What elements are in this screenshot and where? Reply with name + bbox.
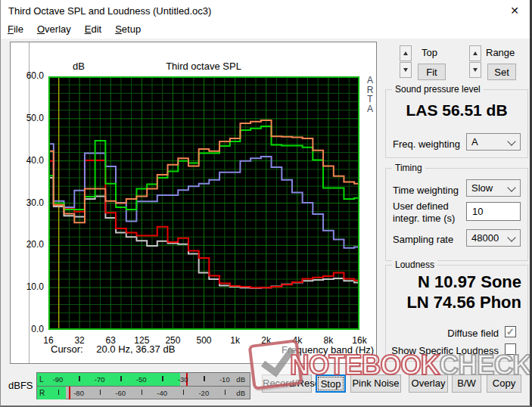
spl-group-title: Sound pressure level <box>392 84 484 95</box>
meter-scale-label: -10 <box>219 375 230 384</box>
integr-time-label-line1: User defined <box>393 200 449 212</box>
chevron-down-icon <box>507 137 515 145</box>
meter-peak-R <box>69 387 70 399</box>
show-specific-loudness-label: Show Specific Loudness <box>385 345 499 356</box>
y-tick-label: 50.0 <box>14 113 44 123</box>
copy-button[interactable]: Copy <box>487 374 521 393</box>
meter-unit-label: dB <box>236 389 245 397</box>
record-reset-button[interactable]: Record/Reset <box>262 374 312 393</box>
chart-title: Third octave SPL <box>124 61 283 72</box>
meter-tick <box>162 376 163 381</box>
top-label: Top <box>422 47 437 58</box>
arrow-down-icon <box>403 68 408 72</box>
freq-weighting-select[interactable]: A <box>466 133 521 151</box>
overlay-button[interactable]: Overlay <box>409 374 448 393</box>
y-tick-label: 40.0 <box>14 155 44 166</box>
arrow-up-icon <box>473 51 478 55</box>
chevron-down-icon <box>507 183 515 191</box>
app-window: Third Octave SPL and Loudness (Untitled.… <box>0 0 532 407</box>
meter-tick <box>58 390 60 395</box>
loudness-n-value: N 10.97 Sone <box>385 272 521 292</box>
integr-time-label-line2: integr. time (s) <box>393 213 455 224</box>
meter-row-R: R-80-60-40-20dB <box>37 387 250 399</box>
cursor-value: 20.0 Hz, 36.37 dB <box>96 343 175 355</box>
loudness-ln-value: LN 74.56 Phon <box>385 293 521 312</box>
diffuse-field-label: Diffuse field <box>385 328 499 339</box>
close-icon[interactable]: ✕ <box>506 3 524 18</box>
stop-button[interactable]: Stop <box>316 374 346 393</box>
meter-scale-label: -70 <box>95 375 105 384</box>
arta-logo-text: ARTA <box>365 76 375 113</box>
x-tick-label: 500 <box>188 335 221 346</box>
range-spin-up-button[interactable] <box>469 45 481 61</box>
meter-tick <box>225 390 226 395</box>
diffuse-field-checkbox[interactable]: ✓ <box>505 326 516 337</box>
y-tick-label: 30.0 <box>14 197 44 208</box>
chevron-down-icon <box>507 233 515 241</box>
meter-tick <box>204 376 205 381</box>
range-label: Range <box>486 47 515 58</box>
sampling-rate-label: Sampling rate <box>393 234 453 245</box>
menu-setup[interactable]: Setup <box>108 21 148 36</box>
meter-scale-label: -30 <box>178 375 188 384</box>
meter-scale-label: -90 <box>53 375 64 384</box>
menu-bar: FileOverlayEditSetup <box>1 21 530 39</box>
dbfs-label: dBFS <box>8 380 33 391</box>
time-weighting-select[interactable]: Slow <box>466 179 521 197</box>
pink-noise-button[interactable]: Pink Noise <box>350 374 401 393</box>
integr-time-input[interactable]: 10 <box>466 202 521 221</box>
freq-weighting-label: Freq. weighting <box>393 138 460 150</box>
meter-tick <box>142 390 143 395</box>
arrow-down-icon <box>473 68 478 72</box>
x-tick-label: 1k <box>219 335 252 346</box>
meter-row-L: L-90-70-50-30-10dB <box>37 373 250 386</box>
timing-group-title: Timing <box>392 163 425 173</box>
spl-value: LAS 56.51 dB <box>385 101 528 120</box>
meter-tick <box>183 390 185 395</box>
sampling-rate-value: 48000 <box>471 232 499 244</box>
menu-edit[interactable]: Edit <box>78 21 108 36</box>
menu-overlay[interactable]: Overlay <box>30 21 78 36</box>
meter-unit-label: dB <box>236 375 245 384</box>
loudness-group-title: Loudness <box>392 259 437 270</box>
level-meter: L-90-70-50-30-10dBR-80-60-40-20dB <box>36 372 250 399</box>
meter-scale-label: -60 <box>115 389 126 397</box>
window-title: Third Octave SPL and Loudness (Untitled.… <box>8 5 211 17</box>
cursor-label: Cursor: <box>51 343 83 355</box>
b-w-button[interactable]: B/W <box>452 374 481 393</box>
show-specific-loudness-checkbox[interactable] <box>505 343 516 355</box>
chart-panel: dB Third octave SPL ARTA 60.050.040.030.… <box>10 42 377 364</box>
arrow-up-icon <box>403 51 408 55</box>
spl-plot <box>48 76 359 330</box>
cursor-readout: Cursor: 20.0 Hz, 36.37 dB <box>51 343 175 355</box>
time-weighting-value: Slow <box>471 182 493 194</box>
plot-area[interactable]: 60.050.040.030.020.010.00.0 163263125250… <box>48 76 359 330</box>
fit-button[interactable]: Fit <box>418 64 446 80</box>
meter-scale-label: -20 <box>198 389 209 397</box>
meter-channel-label: L <box>39 375 44 384</box>
meter-scale-label: -50 <box>136 375 147 384</box>
meter-tick <box>100 390 101 395</box>
top-spin-up-button[interactable] <box>400 45 412 61</box>
y-tick-label: 10.0 <box>14 281 44 292</box>
y-axis-unit: dB <box>73 61 85 72</box>
y-tick-label: 20.0 <box>14 239 44 250</box>
meter-separator <box>37 386 250 387</box>
meter-tick <box>120 376 122 381</box>
top-spin-down-button[interactable] <box>400 62 412 78</box>
meter-scale-label: -80 <box>73 389 84 397</box>
meter-tick <box>79 376 80 381</box>
set-button[interactable]: Set <box>487 64 516 80</box>
sampling-rate-select[interactable]: 48000 <box>466 229 521 247</box>
y-tick-label: 0.0 <box>14 324 44 334</box>
title-bar: Third Octave SPL and Loudness (Untitled.… <box>1 0 530 21</box>
time-weighting-label: Time weighting <box>393 185 459 196</box>
integr-time-value: 10 <box>472 206 483 217</box>
meter-scale-label: -40 <box>157 389 167 397</box>
menu-file[interactable]: File <box>1 21 30 36</box>
meter-channel-label: R <box>39 389 45 397</box>
range-spin-down-button[interactable] <box>469 62 481 78</box>
x-axis-title: Frequency band (Hz) <box>282 344 374 356</box>
y-tick-label: 60.0 <box>14 70 44 81</box>
freq-weighting-value: A <box>471 136 478 148</box>
